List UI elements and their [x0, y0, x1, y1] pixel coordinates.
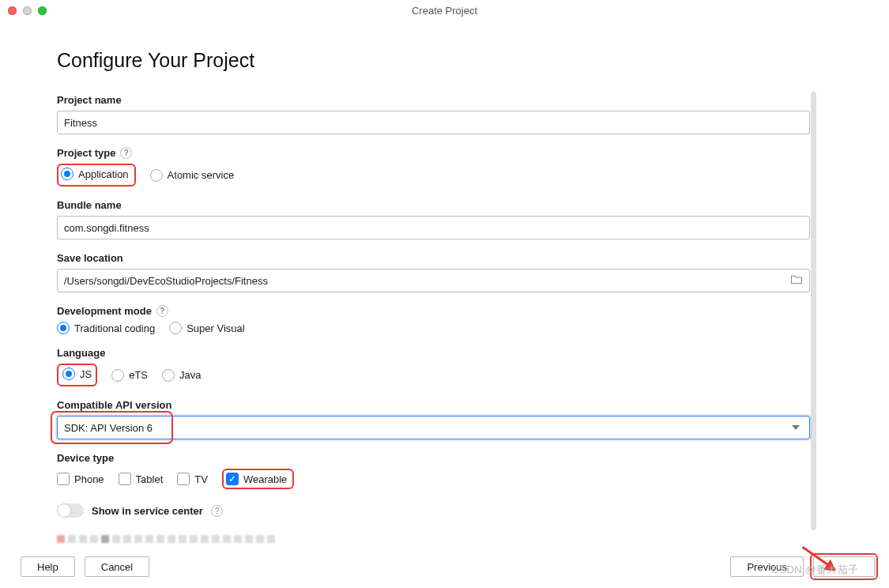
- check-label: Wearable: [243, 473, 287, 485]
- help-button[interactable]: Help: [21, 556, 75, 577]
- maximize-window-icon[interactable]: [38, 6, 47, 15]
- check-label: Phone: [74, 473, 104, 485]
- label-bundle-name: Bundle name: [57, 199, 810, 211]
- help-icon[interactable]: ?: [211, 505, 223, 517]
- checkbox-icon: [177, 473, 190, 485]
- project-name-input[interactable]: Fitness: [57, 111, 810, 134]
- radio-dot-icon: [62, 368, 75, 380]
- highlight-wearable: ✓ Wearable: [222, 469, 294, 489]
- radio-dot-icon: [162, 369, 175, 382]
- label-dev-mode: Development mode ?: [57, 305, 810, 317]
- radio-application[interactable]: Application: [61, 168, 129, 180]
- check-phone[interactable]: Phone: [57, 473, 104, 485]
- radio-ets[interactable]: eTS: [111, 369, 148, 382]
- radio-dot-icon: [61, 168, 73, 180]
- label-project-name: Project name: [57, 94, 810, 106]
- radio-label: Super Visual: [186, 322, 244, 334]
- bundle-name-input[interactable]: com.songdi.fitness: [57, 216, 810, 239]
- content-area: Configure Your Project Project name Fitn…: [57, 49, 810, 543]
- radio-js[interactable]: JS: [62, 368, 92, 380]
- save-location-input[interactable]: /Users/songdi/DevEcoStudioProjects/Fitne…: [57, 269, 810, 292]
- check-wearable[interactable]: ✓ Wearable: [226, 473, 287, 485]
- label-text: Project type: [57, 147, 115, 159]
- close-window-icon[interactable]: [8, 6, 17, 15]
- radio-traditional[interactable]: Traditional coding: [57, 322, 155, 334]
- label-project-type: Project type ?: [57, 147, 810, 159]
- scrollbar-vertical[interactable]: [811, 92, 816, 530]
- traffic-lights: [8, 6, 47, 15]
- radio-java[interactable]: Java: [162, 369, 201, 382]
- check-label: TV: [194, 473, 208, 485]
- project-type-group: Application Atomic service: [57, 164, 810, 187]
- help-icon[interactable]: ?: [156, 305, 168, 317]
- check-label: Tablet: [136, 473, 164, 485]
- radio-dot-icon: [111, 369, 124, 382]
- highlight-application: Application: [57, 164, 136, 187]
- show-center-toggle[interactable]: [57, 503, 84, 518]
- select-value: SDK: API Version 6: [64, 422, 153, 434]
- language-group: JS eTS Java: [57, 364, 810, 386]
- show-in-service-center-row: Show in service center ?: [57, 503, 810, 518]
- show-center-label: Show in service center: [92, 505, 203, 517]
- radio-dot-icon: [150, 169, 163, 182]
- label-save-location: Save location: [57, 252, 810, 264]
- help-icon[interactable]: ?: [120, 147, 132, 159]
- radio-label: Traditional coding: [74, 322, 155, 334]
- titlebar: Create Project: [0, 0, 889, 22]
- checkbox-icon: [57, 473, 70, 485]
- chevron-down-icon: [792, 425, 800, 430]
- label-language: Language: [57, 347, 810, 359]
- device-type-group: Phone Tablet TV ✓ Wearable: [57, 469, 810, 489]
- dev-mode-group: Traditional coding Super Visual: [57, 322, 810, 334]
- checkbox-icon: ✓: [226, 473, 239, 485]
- radio-dot-icon: [57, 322, 70, 334]
- radio-label: Atomic service: [168, 169, 235, 181]
- radio-dot-icon: [169, 322, 182, 334]
- save-location-text: /Users/songdi/DevEcoStudioProjects/Fitne…: [64, 275, 268, 287]
- api-version-select[interactable]: SDK: API Version 6: [57, 416, 810, 439]
- radio-label: eTS: [129, 369, 148, 381]
- checkbox-icon: [119, 473, 131, 485]
- label-device-type: Device type: [57, 452, 810, 464]
- check-tablet[interactable]: Tablet: [119, 473, 164, 485]
- blurred-region: [57, 535, 810, 543]
- radio-atomic-service[interactable]: Atomic service: [150, 169, 235, 182]
- window-title: Create Project: [412, 5, 477, 17]
- check-tv[interactable]: TV: [177, 473, 208, 485]
- previous-button[interactable]: Previous: [730, 556, 804, 577]
- radio-label: Application: [78, 168, 129, 180]
- minimize-window-icon[interactable]: [23, 6, 32, 15]
- cancel-button[interactable]: Cancel: [85, 556, 149, 577]
- highlight-js: JS: [57, 364, 97, 386]
- label-text: Development mode: [57, 305, 152, 317]
- page-title: Configure Your Project: [57, 49, 810, 72]
- browse-folder-icon[interactable]: [790, 274, 803, 287]
- footer: Help Cancel Previous Finish: [21, 556, 875, 577]
- radio-super-visual[interactable]: Super Visual: [169, 322, 244, 334]
- label-api: Compatible API version: [57, 399, 810, 411]
- radio-label: Java: [179, 369, 201, 381]
- radio-label: JS: [80, 368, 92, 380]
